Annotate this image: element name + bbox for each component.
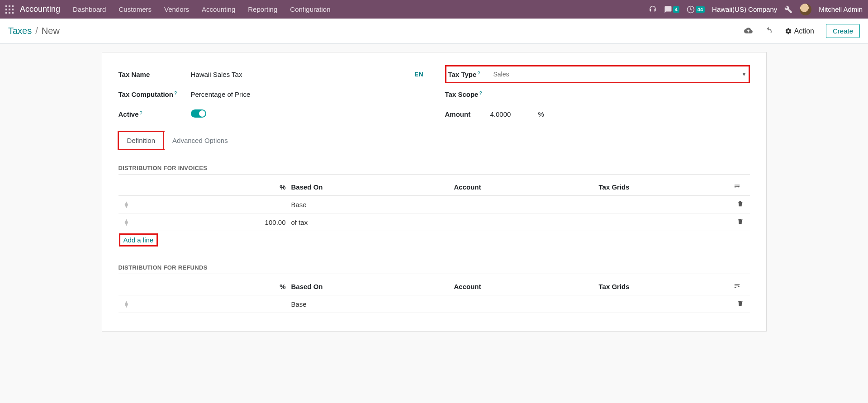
form-sheet: Tax Name Hawaii Sales Tax EN Tax Computa…: [102, 52, 767, 332]
apps-icon[interactable]: [5, 5, 14, 14]
section-title-invoices: Distribution for Invoices: [119, 165, 750, 175]
columns-settings-icon[interactable]: [734, 183, 740, 191]
delete-row-icon[interactable]: [737, 300, 744, 308]
support-icon[interactable]: [649, 5, 657, 14]
drag-handle-icon[interactable]: ▲▼: [121, 201, 132, 208]
delete-row-icon[interactable]: [737, 218, 744, 226]
field-amount: Amount 4.0000 %: [445, 105, 750, 123]
table-row[interactable]: ▲▼ 100.00 of tax: [119, 213, 750, 231]
cell-account[interactable]: [451, 213, 596, 231]
col-pct: %: [135, 178, 289, 196]
tax-name-value[interactable]: Hawaii Sales Tax: [191, 71, 242, 78]
section-title-refunds: Distribution for Refunds: [119, 264, 750, 274]
help-icon[interactable]: ?: [479, 90, 482, 96]
svg-rect-7: [9, 12, 10, 14]
cell-based-on[interactable]: Base: [289, 196, 451, 213]
breadcrumb-current: New: [42, 26, 60, 36]
cell-tax-grids[interactable]: [596, 213, 731, 231]
active-label: Active: [119, 110, 139, 118]
svg-rect-8: [12, 12, 14, 14]
breadcrumb-sep: /: [35, 26, 38, 36]
svg-rect-1: [9, 5, 10, 7]
avatar[interactable]: [800, 4, 811, 15]
activity-badge: 44: [696, 6, 705, 13]
tab-advanced-options[interactable]: Advanced Options: [164, 132, 237, 149]
app-brand[interactable]: Accounting: [20, 5, 60, 14]
tax-scope-label: Tax Scope: [445, 90, 479, 98]
nav-customers[interactable]: Customers: [119, 5, 152, 13]
col-pct: %: [135, 278, 289, 295]
control-bar: Taxes / New Action Create: [0, 19, 868, 44]
top-navbar: Accounting Dashboard Customers Vendors A…: [0, 0, 868, 19]
breadcrumb: Taxes / New: [8, 26, 60, 36]
lang-badge[interactable]: EN: [414, 71, 423, 78]
active-toggle[interactable]: [191, 109, 206, 118]
drag-handle-icon[interactable]: ▲▼: [121, 219, 132, 225]
tax-name-label: Tax Name: [119, 71, 191, 78]
field-tax-scope: Tax Scope?: [445, 85, 750, 103]
tax-type-label: Tax Type: [448, 71, 477, 78]
col-based-on: Based On: [289, 278, 451, 295]
cell-pct[interactable]: [135, 295, 289, 313]
svg-rect-6: [5, 12, 7, 14]
company-switcher[interactable]: Hawaii(US) Company: [712, 5, 777, 13]
nav-reporting[interactable]: Reporting: [248, 5, 277, 13]
chat-badge: 4: [673, 6, 679, 13]
user-menu[interactable]: Mitchell Admin: [819, 5, 863, 13]
help-icon[interactable]: ?: [140, 110, 142, 116]
cell-pct[interactable]: 100.00: [135, 213, 289, 231]
tax-computation-label: Tax Computation: [119, 90, 173, 98]
cloud-save-icon[interactable]: [744, 26, 753, 36]
field-tax-computation: Tax Computation? Percentage of Price: [119, 85, 423, 103]
action-menu[interactable]: Action: [785, 27, 814, 35]
tab-definition[interactable]: Definition: [119, 132, 164, 149]
svg-rect-4: [9, 9, 10, 10]
breadcrumb-root[interactable]: Taxes: [8, 26, 32, 36]
add-line-link[interactable]: Add a line: [121, 236, 156, 244]
cell-tax-grids[interactable]: [596, 295, 731, 313]
col-based-on: Based On: [289, 178, 451, 196]
svg-rect-2: [12, 5, 14, 7]
col-tax-grids: Tax Grids: [596, 278, 731, 295]
col-tax-grids: Tax Grids: [596, 178, 731, 196]
svg-rect-3: [5, 9, 7, 10]
nav-dashboard[interactable]: Dashboard: [73, 5, 106, 13]
delete-row-icon[interactable]: [737, 201, 744, 209]
table-row[interactable]: ▲▼ Base: [119, 295, 750, 313]
help-icon[interactable]: ?: [174, 90, 177, 96]
tabs: Definition Advanced Options: [119, 131, 750, 149]
cell-based-on[interactable]: of tax: [289, 213, 451, 231]
field-tax-type[interactable]: Tax Type? Sales ▼: [445, 65, 750, 83]
cell-tax-grids[interactable]: [596, 196, 731, 213]
discard-icon[interactable]: [764, 26, 773, 36]
dist-refunds-table: % Based On Account Tax Grids ▲▼ Base: [119, 278, 750, 313]
drag-handle-icon[interactable]: ▲▼: [121, 301, 132, 307]
chat-icon[interactable]: 4: [664, 5, 679, 14]
nav-links: Dashboard Customers Vendors Accounting R…: [73, 5, 330, 13]
tax-type-value: Sales: [493, 71, 509, 78]
table-row[interactable]: ▲▼ Base: [119, 196, 750, 213]
debug-icon[interactable]: [784, 5, 792, 14]
field-tax-name: Tax Name Hawaii Sales Tax EN: [119, 65, 423, 83]
amount-label: Amount: [445, 110, 490, 118]
columns-settings-icon[interactable]: [734, 283, 740, 290]
field-active: Active?: [119, 105, 423, 123]
svg-rect-0: [5, 5, 7, 7]
amount-value[interactable]: 4.0000: [490, 110, 511, 118]
chevron-down-icon[interactable]: ▼: [742, 71, 747, 77]
nav-vendors[interactable]: Vendors: [164, 5, 189, 13]
nav-configuration[interactable]: Configuration: [290, 5, 330, 13]
cell-account[interactable]: [451, 295, 596, 313]
help-icon[interactable]: ?: [477, 71, 480, 76]
nav-accounting[interactable]: Accounting: [202, 5, 235, 13]
content-scroll[interactable]: Tax Name Hawaii Sales Tax EN Tax Computa…: [0, 44, 868, 403]
activity-icon[interactable]: 44: [687, 5, 705, 14]
create-button[interactable]: Create: [826, 24, 860, 38]
col-account: Account: [451, 178, 596, 196]
col-account: Account: [451, 278, 596, 295]
cell-pct[interactable]: [135, 196, 289, 213]
tax-computation-value[interactable]: Percentage of Price: [191, 90, 423, 98]
action-menu-label: Action: [794, 27, 814, 35]
cell-based-on[interactable]: Base: [289, 295, 451, 313]
cell-account[interactable]: [451, 196, 596, 213]
